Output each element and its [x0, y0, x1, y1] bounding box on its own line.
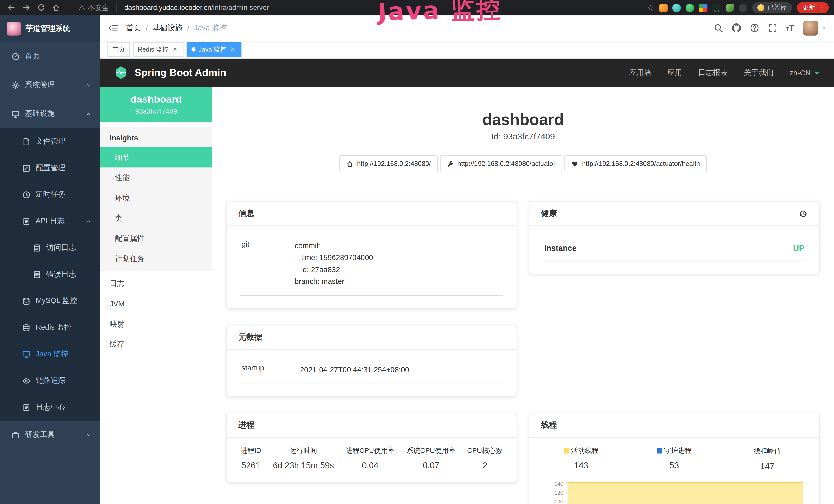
process-col-syscpu: 系统CPU使用率 0.07 — [407, 446, 455, 471]
link-root-url[interactable]: http://192.168.0.2:48080/ — [339, 155, 438, 172]
github-icon[interactable] — [732, 24, 741, 32]
sidebar-item-access-logs[interactable]: 访问日志 — [0, 234, 100, 261]
sba-item-details[interactable]: 细节 — [100, 147, 212, 168]
instance-header[interactable]: dashboard 93a3fc7f7409 — [100, 87, 212, 122]
sba-brand[interactable]: Spring Boot Admin — [135, 67, 226, 78]
sidebar-item-home[interactable]: 首页 — [0, 42, 100, 71]
legend-value: 147 — [721, 461, 814, 471]
caret-down-icon[interactable]: ▾ — [823, 25, 826, 31]
menu-dots-icon[interactable]: ⋮ — [818, 4, 826, 12]
extension-icon-4[interactable] — [699, 3, 707, 12]
update-button[interactable]: 更新⋮ — [797, 2, 829, 13]
sidebar-item-label: 系统管理 — [25, 81, 55, 90]
info-row-git: git commit: time: 1596289704000 id: 27aa… — [240, 235, 503, 295]
sidebar-item-infrastructure[interactable]: 基础设施 — [0, 99, 100, 128]
instance-id: 93a3fc7f7409 — [104, 107, 208, 115]
sba-nav-wallboard[interactable]: 应用墙 — [629, 68, 651, 77]
reload-icon[interactable] — [35, 2, 47, 14]
tab-home[interactable]: 首页 — [107, 42, 130, 57]
search-icon[interactable] — [714, 24, 723, 32]
smiley-icon — [758, 4, 764, 11]
metadata-card: 元数据 startup 2021-04-27T00:44:31.254+08:0… — [226, 324, 517, 396]
sba-item-metrics[interactable]: 性能 — [100, 167, 212, 188]
sba-other-items: 日志 JVM 映射 缓存 — [100, 271, 212, 356]
close-icon[interactable]: × — [229, 46, 237, 53]
sidebar-item-mysql-monitor[interactable]: MySQL 监控 — [0, 288, 100, 314]
sidebar-item-java-monitor[interactable]: Java 监控 — [0, 341, 100, 367]
sba-header: Spring Boot Admin 应用墙 应用 日志报表 关于我们 zh-CN — [100, 59, 834, 87]
sidebar-item-system[interactable]: 系统管理 — [0, 71, 100, 99]
monitor-icon — [22, 350, 30, 358]
sba-item-caches[interactable]: 缓存 — [100, 334, 212, 354]
extension-icon-7[interactable] — [739, 3, 747, 12]
sidebar-item-label: API 日志 — [36, 216, 65, 226]
back-icon[interactable] — [5, 2, 17, 14]
sidebar-item-file-management[interactable]: 文件管理 — [0, 128, 100, 155]
sba-item-scheduled-tasks[interactable]: 计划任务 — [100, 248, 212, 269]
extension-icon-2[interactable] — [673, 3, 681, 12]
sidebar-item-redis-monitor[interactable]: Redis 监控 — [0, 314, 100, 341]
url-text[interactable]: dashboard.yudao.iocoder.cn/infra/admin-s… — [124, 4, 269, 12]
process-card: 进程 进程ID 5261 运行时间 6d 23h 15m 59s — [226, 413, 517, 483]
extension-icon-1[interactable] — [659, 3, 667, 12]
doc-icon — [33, 244, 41, 252]
health-card: 健康 Instance UP — [529, 201, 820, 274]
card-header: 健康 — [529, 202, 819, 226]
link-actuator-url[interactable]: http://192.168.0.2:48080/actuator — [440, 155, 563, 172]
sidebar-item-error-logs[interactable]: 错误日志 — [0, 261, 100, 288]
update-label: 更新 — [803, 3, 815, 12]
close-icon[interactable]: × — [171, 46, 179, 53]
link-health-url[interactable]: http://192.168.0.2:48080/actuator/health — [565, 155, 707, 172]
home-icon[interactable] — [50, 2, 62, 14]
breadcrumb-home[interactable]: 首页 — [126, 23, 141, 33]
col-value: 5261 — [240, 461, 261, 471]
sidebar-item-dev-tools[interactable]: 研发工具 — [0, 420, 100, 449]
fullscreen-icon[interactable] — [768, 24, 777, 32]
process-col-pid: 进程ID 5261 — [240, 446, 261, 471]
legend-value: 53 — [628, 461, 721, 471]
tab-redis-monitor[interactable]: Redis 监控× — [133, 42, 184, 57]
toolbox-icon — [12, 431, 20, 439]
app-title: 芋道管理系统 — [25, 24, 70, 33]
locale-selector[interactable]: zh-CN — [790, 68, 820, 77]
chevron-down-icon — [86, 82, 91, 88]
sba-item-jvm[interactable]: JVM — [100, 294, 212, 314]
sidebar-item-log-center[interactable]: 日志中心 — [0, 394, 100, 421]
legend-swatch-blue — [657, 448, 662, 454]
extension-on-badge[interactable]: on — [712, 3, 721, 12]
sidebar-item-api-logs[interactable]: API 日志 — [0, 208, 100, 235]
sidebar-item-scheduled-tasks[interactable]: 定时任务 — [0, 181, 100, 208]
history-icon[interactable] — [799, 209, 807, 218]
tab-java-monitor[interactable]: Java 监控× — [187, 42, 241, 57]
sidebar-item-tracing[interactable]: 链路追踪 — [0, 367, 100, 394]
sba-nav-journal[interactable]: 日志报表 — [698, 68, 728, 77]
live-threads-area — [568, 482, 803, 504]
paused-badge[interactable]: 已暂停 — [752, 2, 792, 13]
sba-item-classes[interactable]: 类 — [100, 208, 212, 228]
sba-item-environment[interactable]: 环境 — [100, 188, 212, 208]
bookmark-star-icon[interactable]: ☆ — [647, 3, 654, 12]
help-icon[interactable] — [750, 24, 759, 32]
avatar[interactable] — [803, 21, 818, 36]
breadcrumb-infrastructure[interactable]: 基础设施 — [153, 23, 182, 33]
forward-icon[interactable] — [20, 2, 32, 14]
address-bar[interactable]: ⚠ 不安全 dashboard.yudao.iocoder.cn/infra/a… — [79, 3, 269, 12]
git-commit-label: commit: — [294, 240, 502, 252]
sba-item-mappings[interactable]: 映射 — [100, 314, 212, 334]
sba-nav-about[interactable]: 关于我们 — [744, 68, 774, 77]
health-row: Instance UP — [543, 235, 805, 261]
url-domain: dashboard.yudao.iocoder.cn — [124, 4, 211, 12]
font-size-icon[interactable]: TT — [786, 24, 794, 32]
col-value: 0.04 — [346, 461, 395, 471]
active-dot — [192, 47, 196, 52]
sba-item-config-props[interactable]: 配置属性 — [100, 228, 212, 248]
sidebar-item-config-management[interactable]: 配置管理 — [0, 155, 100, 182]
extension-icon-3[interactable] — [685, 3, 694, 12]
sba-item-logs[interactable]: 日志 — [100, 273, 212, 294]
chevron-up-icon — [86, 218, 91, 224]
app-logo[interactable]: 芋道管理系统 — [0, 16, 100, 42]
extension-icon-6[interactable] — [726, 3, 734, 12]
sidebar-fold-icon[interactable] — [108, 23, 118, 33]
sba-nav-applications[interactable]: 应用 — [667, 68, 682, 77]
card-title: 线程 — [529, 413, 819, 437]
